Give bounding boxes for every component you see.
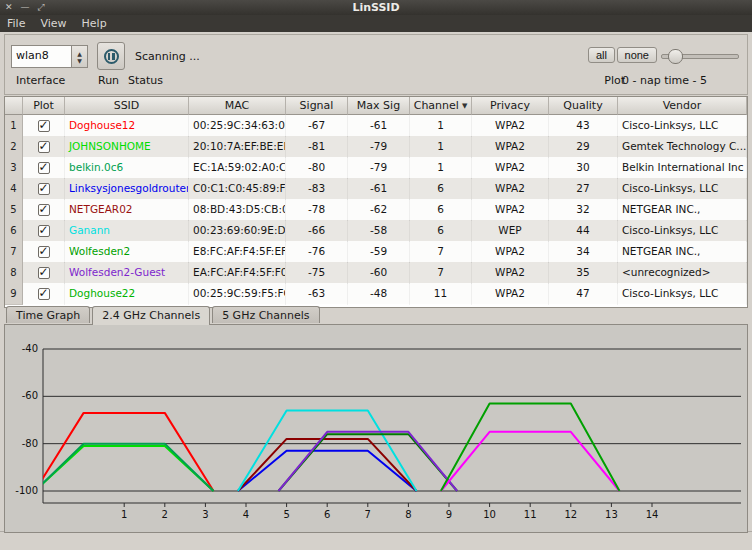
plot-none-button[interactable]: none — [617, 47, 657, 63]
ssid-cell: Linksysjonesgoldrouter — [65, 178, 189, 200]
plot-all-button[interactable]: all — [588, 47, 615, 63]
menu-file[interactable]: File — [7, 15, 25, 32]
row-number[interactable]: 3 — [5, 157, 23, 179]
tab-5-ghz-channels[interactable]: 5 GHz Channels — [212, 306, 319, 323]
channel-cell: 11 — [410, 283, 472, 305]
max-sig-cell: -58 — [348, 220, 410, 242]
menu-help[interactable]: Help — [82, 15, 107, 32]
x-tick-label: 11 — [524, 509, 537, 520]
plot-cell — [23, 220, 65, 242]
nap-time-slider[interactable] — [661, 48, 739, 64]
quality-cell: 32 — [549, 199, 618, 221]
quality-cell: 34 — [549, 241, 618, 263]
curve-linksysjonesgoldrouter — [238, 451, 417, 491]
plot-cell — [23, 283, 65, 305]
row-number[interactable]: 8 — [5, 262, 23, 284]
table-row[interactable]: 9Doghouse2200:25:9C:59:F5:FC-63-4811WPA2… — [5, 283, 747, 304]
quality-cell: 27 — [549, 178, 618, 200]
row-number[interactable]: 5 — [5, 199, 23, 221]
max-sig-cell: -59 — [348, 241, 410, 263]
quality-cell: 35 — [549, 262, 618, 284]
max-sig-cell: -48 — [348, 283, 410, 305]
curve-unknown — [441, 432, 620, 491]
network-table: PlotSSIDMACSignalMax SigChannel▼PrivacyQ… — [4, 96, 748, 308]
vendor-cell: NETGEAR INC., — [618, 199, 747, 221]
row-number[interactable]: 1 — [5, 115, 23, 137]
privacy-cell: WPA2 — [472, 199, 549, 221]
signal-cell: -67 — [286, 115, 348, 137]
plot-checkbox[interactable] — [38, 288, 50, 300]
tab-2-4-ghz-channels[interactable]: 2.4 GHz Channels — [92, 306, 210, 325]
column-header-plot[interactable]: Plot — [23, 97, 65, 115]
table-row[interactable]: 6Ganann00:23:69:60:9E:DB-66-586WEP44Cisc… — [5, 220, 747, 241]
sort-indicator-icon: ▼ — [462, 102, 467, 110]
privacy-cell: WPA2 — [472, 283, 549, 305]
signal-cell: -66 — [286, 220, 348, 242]
spin-down-icon[interactable]: ▼ — [77, 57, 82, 64]
channel-cell: 6 — [410, 220, 472, 242]
channel-graph: -40-60-80-1001234567891011121314 — [5, 325, 747, 530]
column-header-max-sig[interactable]: Max Sig — [348, 97, 410, 115]
spin-up-icon[interactable]: ▲ — [77, 50, 82, 57]
plot-cell — [23, 178, 65, 200]
plot-checkbox[interactable] — [38, 183, 50, 195]
status-bar — [0, 531, 752, 550]
curve-wolfesden2-guest — [278, 432, 457, 491]
column-header-vendor[interactable]: Vendor — [618, 97, 747, 115]
toolbar: wlan8 ▲ ▼ Scanning ... Interface Run Sta… — [4, 34, 748, 95]
plot-checkbox[interactable] — [38, 267, 50, 279]
interface-select[interactable]: wlan8 ▲ ▼ — [11, 45, 88, 68]
x-tick-label: 9 — [446, 509, 452, 520]
row-number[interactable]: 7 — [5, 241, 23, 263]
y-tick-label: -100 — [15, 485, 38, 496]
mac-cell: EA:FC:AF:F4:5F:F0 — [189, 262, 286, 284]
tab-time-graph[interactable]: Time Graph — [6, 306, 90, 323]
slider-handle[interactable] — [668, 49, 683, 64]
table-row[interactable]: 8Wolfesden2-GuestEA:FC:AF:F4:5F:F0-75-60… — [5, 262, 747, 283]
column-header-quality[interactable]: Quality — [549, 97, 618, 115]
max-sig-cell: -61 — [348, 115, 410, 137]
column-header-privacy[interactable]: Privacy — [472, 97, 549, 115]
plot-cell — [23, 136, 65, 158]
row-number[interactable]: 9 — [5, 283, 23, 305]
ssid-cell: Wolfesden2-Guest — [65, 262, 189, 284]
plot-checkbox[interactable] — [38, 141, 50, 153]
column-header-channel[interactable]: Channel▼ — [410, 97, 472, 115]
plot-checkbox[interactable] — [38, 204, 50, 216]
max-sig-cell: -62 — [348, 199, 410, 221]
privacy-cell: WPA2 — [472, 115, 549, 137]
column-header-ssid[interactable]: SSID — [65, 97, 189, 115]
table-row[interactable]: 4LinksysjonesgoldrouterC0:C1:C0:45:89:F8… — [5, 178, 747, 199]
plot-checkbox[interactable] — [38, 246, 50, 258]
row-number[interactable]: 4 — [5, 178, 23, 200]
table-row[interactable]: 1Doghouse1200:25:9C:34:63:06-67-611WPA24… — [5, 115, 747, 136]
menu-view[interactable]: View — [40, 15, 66, 32]
table-row[interactable]: 3belkin.0c6EC:1A:59:02:A0:C6-80-791WPA23… — [5, 157, 747, 178]
row-number[interactable]: 2 — [5, 136, 23, 158]
table-row[interactable]: 5NETGEAR0208:BD:43:D5:CB:03-78-626WPA232… — [5, 199, 747, 220]
privacy-cell: WPA2 — [472, 136, 549, 158]
curve-johnsonhome — [35, 446, 214, 491]
column-header-signal[interactable]: Signal — [286, 97, 348, 115]
y-tick-label: -80 — [22, 438, 38, 449]
titlebar[interactable]: ✕ — ⤢ LinSSID — [0, 0, 752, 15]
privacy-cell: WPA2 — [472, 241, 549, 263]
signal-cell: -81 — [286, 136, 348, 158]
interface-spinner[interactable]: ▲ ▼ — [71, 46, 87, 67]
vendor-cell: Cisco-Linksys, LLC — [618, 220, 747, 242]
quality-cell: 30 — [549, 157, 618, 179]
channel-cell: 1 — [410, 136, 472, 158]
table-body: 1Doghouse1200:25:9C:34:63:06-67-611WPA24… — [5, 115, 747, 304]
table-row[interactable]: 7Wolfesden2E8:FC:AF:F4:5F:EF-76-597WPA23… — [5, 241, 747, 262]
x-tick-label: 14 — [646, 509, 659, 520]
privacy-cell: WPA2 — [472, 262, 549, 284]
menubar: FileViewHelp — [0, 15, 752, 32]
plot-checkbox[interactable] — [38, 120, 50, 132]
row-number[interactable]: 6 — [5, 220, 23, 242]
table-row[interactable]: 2JOHNSONHOME20:10:7A:EF:BE:EF-81-791WPA2… — [5, 136, 747, 157]
run-button[interactable] — [97, 42, 125, 70]
mac-cell: E8:FC:AF:F4:5F:EF — [189, 241, 286, 263]
plot-checkbox[interactable] — [38, 162, 50, 174]
plot-checkbox[interactable] — [38, 225, 50, 237]
column-header-mac[interactable]: MAC — [189, 97, 286, 115]
